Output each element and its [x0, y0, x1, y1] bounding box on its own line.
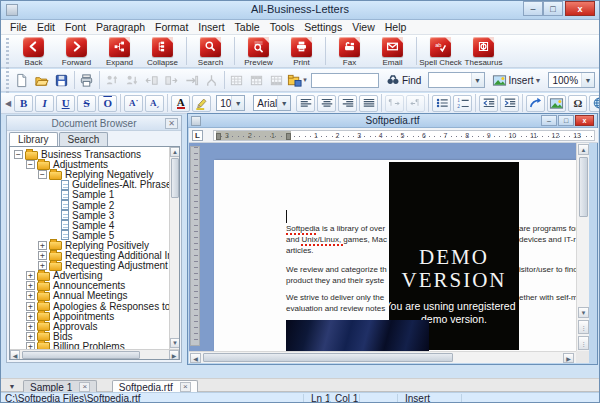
scroll-thumb[interactable] — [203, 353, 453, 362]
collapse-toggle-icon[interactable]: − — [14, 150, 23, 159]
scroll-down-icon[interactable]: ▼ — [578, 307, 589, 318]
expand-button[interactable]: Expand — [98, 36, 141, 67]
overflow-left-icon[interactable]: ◀ — [3, 99, 13, 108]
menu-file[interactable]: File — [5, 21, 32, 33]
insert-button[interactable]: Insert ▼ — [489, 71, 545, 89]
scroll-right-icon[interactable]: ▶ — [169, 350, 179, 360]
scroll-up-icon[interactable]: ▲ — [578, 144, 589, 155]
scroll-left-icon[interactable]: ◀ — [190, 353, 201, 363]
document-maximize-button[interactable]: □ — [558, 115, 574, 126]
open-button[interactable] — [32, 71, 52, 89]
scroll-right-icon[interactable]: ▶ — [563, 353, 574, 363]
tab-stop-button[interactable]: L — [192, 130, 203, 141]
strikethrough-button[interactable]: S — [77, 95, 96, 112]
highlight-button[interactable] — [192, 95, 211, 112]
collapse-button[interactable]: Collapse — [141, 36, 184, 67]
preview-button[interactable]: Preview — [237, 36, 280, 67]
indent-marker[interactable] — [286, 133, 291, 140]
scroll-thumb[interactable] — [22, 351, 140, 359]
insert-image-button[interactable] — [547, 95, 566, 112]
font-color-button[interactable]: A — [171, 95, 190, 112]
new-document-button[interactable] — [12, 71, 32, 89]
thesaurus-button[interactable]: Thesaurus — [462, 36, 505, 67]
document-close-button[interactable]: x — [575, 115, 594, 126]
search-button[interactable]: Search — [189, 36, 232, 67]
scroll-up-icon[interactable]: ▲ — [170, 147, 180, 157]
document-horizontal-scrollbar[interactable]: ◀ ▶ — [189, 351, 576, 363]
decrease-indent-button[interactable] — [479, 95, 498, 112]
scroll-thumb[interactable] — [171, 158, 179, 198]
tab-list-dropdown-icon[interactable]: ▼ — [6, 382, 18, 391]
underline-button[interactable]: U — [56, 95, 75, 112]
menu-tools[interactable]: Tools — [265, 21, 300, 33]
forward-button[interactable]: Forward — [55, 36, 98, 67]
collapse-toggle-icon[interactable]: − — [26, 160, 35, 169]
minimize-button[interactable]: – — [523, 1, 543, 16]
scroll-thumb[interactable] — [579, 157, 588, 217]
expand-toggle-icon[interactable]: + — [26, 332, 35, 341]
indent-marker[interactable] — [216, 133, 221, 140]
scroll-down-icon[interactable]: ▼ — [170, 338, 180, 348]
panel-close-button[interactable]: ✕ — [165, 118, 178, 129]
back-button[interactable]: Back — [12, 36, 55, 67]
find-button[interactable]: Find — [383, 71, 424, 89]
page-up-icon[interactable]: ⋮ — [578, 320, 589, 334]
menu-view[interactable]: View — [347, 21, 380, 33]
page-down-icon[interactable]: ⋮ — [578, 336, 589, 350]
expand-toggle-icon[interactable]: + — [26, 291, 35, 300]
superscript-button[interactable]: A˙ — [124, 95, 143, 112]
spell-check-button[interactable]: abSpell Check — [419, 36, 462, 67]
expand-toggle-icon[interactable]: + — [26, 322, 35, 331]
menu-table[interactable]: Table — [230, 21, 265, 33]
menu-edit[interactable]: Edit — [32, 21, 60, 33]
menu-font[interactable]: Font — [60, 21, 91, 33]
insert-hyperlink-button[interactable] — [526, 95, 545, 112]
insert-file-button[interactable]: ▾ — [287, 71, 307, 89]
find-input[interactable] — [311, 73, 379, 88]
tab-close-icon[interactable]: × — [180, 382, 191, 392]
insert-symbol-button[interactable]: Ω — [568, 95, 587, 112]
subscript-button[interactable]: Aˏ — [145, 95, 164, 112]
zoom-select[interactable]: 100% ▼ — [548, 72, 595, 88]
expand-toggle-icon[interactable]: + — [38, 241, 47, 250]
scroll-left-icon[interactable]: ◀ — [10, 350, 20, 360]
tab-close-icon[interactable]: × — [79, 382, 90, 392]
align-left-button[interactable] — [296, 95, 315, 112]
print-button[interactable]: Print — [280, 36, 323, 67]
save-button[interactable] — [52, 71, 72, 89]
numbered-list-button[interactable]: 12 — [453, 95, 472, 112]
insert-web-object-button[interactable] — [589, 95, 600, 112]
close-button[interactable]: x — [565, 1, 595, 16]
expand-toggle-icon[interactable]: + — [26, 302, 35, 311]
expand-toggle-icon[interactable]: + — [26, 271, 35, 280]
align-right-button[interactable] — [338, 95, 357, 112]
menu-help[interactable]: Help — [380, 21, 412, 33]
italic-button[interactable]: I — [35, 95, 54, 112]
font-size-select[interactable]: 10 ▼ — [216, 95, 245, 111]
menu-settings[interactable]: Settings — [299, 21, 347, 33]
tree-vertical-scrollbar[interactable]: ▲ ▼ — [169, 147, 180, 349]
fax-button[interactable]: Fax — [328, 36, 371, 67]
increase-indent-button[interactable] — [500, 95, 519, 112]
tree-horizontal-scrollbar[interactable]: ◀ ▶ — [10, 349, 180, 360]
document-content-area[interactable]: Softpedia is a library of overare progra… — [189, 143, 576, 351]
maximize-button[interactable]: □ — [543, 1, 563, 16]
expand-toggle-icon[interactable]: + — [38, 251, 47, 260]
style-select[interactable]: ▼ — [428, 72, 484, 88]
bold-button[interactable]: B — [14, 95, 33, 112]
expand-toggle-icon[interactable]: + — [26, 281, 35, 290]
align-center-button[interactable] — [317, 95, 336, 112]
menu-paragraph[interactable]: Paragraph — [91, 21, 150, 33]
document-minimize-button[interactable]: – — [541, 115, 557, 126]
document-vertical-scrollbar[interactable]: ▲ ▼ ⋮ ⋮ — [576, 143, 589, 351]
panel-tab-search[interactable]: Search — [59, 132, 109, 146]
font-name-select[interactable]: Arial ▼ — [253, 95, 291, 111]
collapse-toggle-icon[interactable]: − — [38, 170, 47, 179]
expand-toggle-icon[interactable]: + — [26, 312, 35, 321]
menu-format[interactable]: Format — [150, 21, 193, 33]
email-button[interactable]: Email — [371, 36, 414, 67]
align-justify-button[interactable] — [359, 95, 378, 112]
overline-button[interactable]: O — [98, 95, 117, 112]
panel-tab-library[interactable]: Library — [9, 132, 58, 146]
menu-insert[interactable]: Insert — [193, 21, 229, 33]
